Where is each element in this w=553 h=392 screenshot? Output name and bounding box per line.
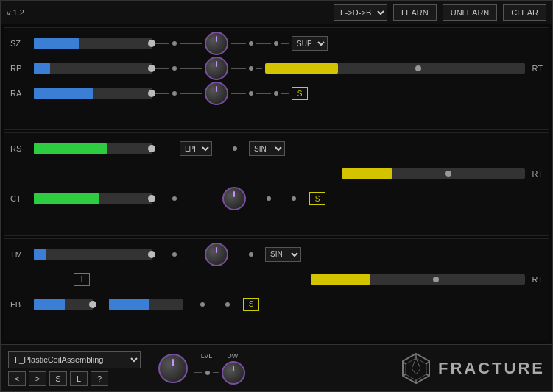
fb-line2: [186, 304, 197, 304]
ra-line1: [155, 93, 169, 94]
lvl-dw-knobs: [194, 361, 245, 385]
nav-s-button[interactable]: S: [49, 371, 67, 386]
fracture-text: FRACTURE: [438, 359, 545, 378]
svg-marker-1: [406, 358, 426, 380]
rp-knob[interactable]: [205, 57, 228, 80]
main-knob-wrap: [158, 354, 188, 383]
row-sz: SZ SUPSINSQUTRISAW: [10, 32, 543, 54]
rs-slider[interactable]: [34, 143, 152, 154]
ct-line2: [180, 199, 219, 199]
rs-line3: [240, 149, 246, 149]
row-rp: RP RT: [10, 57, 543, 79]
ra-s-button[interactable]: S: [292, 87, 308, 100]
nav-next-button[interactable]: >: [29, 371, 46, 386]
ra-line4: [256, 93, 271, 94]
ra-slider[interactable]: [34, 88, 152, 99]
rs-waveform-select[interactable]: SINSQUTRISAWSUP: [249, 141, 285, 156]
row-tm: TM SINSQUTRISAWSUP: [10, 243, 543, 266]
sz-slider[interactable]: [34, 38, 152, 49]
fb-line1: [96, 304, 106, 304]
lvl-label: LVL: [201, 352, 212, 360]
label-fb: FB: [10, 300, 31, 309]
sz-knob[interactable]: [205, 32, 228, 55]
fracture-hex-icon: [400, 352, 432, 385]
sec3-vert-line: [43, 268, 43, 291]
sz-line1: [155, 43, 169, 44]
ct-s-button[interactable]: S: [309, 192, 325, 205]
ra-line3: [231, 93, 246, 94]
label-tm: TM: [10, 250, 31, 259]
ct-dot3: [292, 196, 296, 201]
rp-slider[interactable]: [34, 63, 152, 74]
tm-line2: [180, 254, 202, 254]
ct-dot1: [172, 196, 177, 201]
sz-line4: [256, 43, 271, 44]
row-ra: RA S: [10, 82, 543, 104]
rp-line4: [256, 68, 262, 69]
ct-line5: [299, 199, 306, 199]
ra-knob[interactable]: [205, 82, 228, 105]
rp-rt-track[interactable]: [265, 63, 525, 74]
sec3-vert-line-area: [34, 268, 71, 291]
sec3-rt-track[interactable]: [311, 274, 526, 285]
preset-select[interactable]: II_PlasticCoilAssembling: [8, 351, 141, 368]
tm-knob-wrap: [205, 243, 228, 266]
tm-knob[interactable]: [205, 243, 228, 266]
main-knob[interactable]: [158, 354, 188, 383]
section-3: TM SINSQUTRISAWSUP: [4, 238, 549, 341]
fb-slider1[interactable]: [34, 299, 93, 310]
fb-dot1: [200, 302, 205, 307]
ct-knob[interactable]: [222, 187, 246, 210]
label-sz: SZ: [10, 39, 31, 48]
ra-knob-wrap: [205, 82, 228, 105]
rp-dot2: [249, 66, 253, 71]
lvl-dw-group: LVL DW: [194, 352, 245, 385]
ra-line5: [281, 93, 289, 94]
mode-select[interactable]: F->D->B: [334, 4, 387, 21]
nav-q-button[interactable]: ?: [91, 371, 108, 386]
row-sec2-rt: RT: [10, 163, 543, 185]
fb-s-button[interactable]: S: [243, 298, 259, 311]
rs-filter-select[interactable]: LPFHPFBPFOFF: [180, 141, 212, 156]
label-ct: CT: [10, 194, 31, 203]
sz-line5: [281, 43, 289, 44]
fb-slider2[interactable]: [109, 299, 183, 310]
preset-section: II_PlasticCoilAssembling < > S L ?: [8, 351, 141, 386]
row-fb: FB S: [10, 293, 543, 316]
main-window: v 1.2 F->D->B LEARN UNLEARN CLEAR SZ: [0, 0, 553, 392]
clear-button[interactable]: CLEAR: [503, 4, 546, 21]
content-area: SZ SUPSINSQUTRISAW: [1, 24, 552, 344]
section-2: RS LPFHPFBPFOFF SINSQUTRISAWSUP: [4, 132, 549, 235]
ct-slider[interactable]: [34, 193, 152, 204]
sz-waveform-select[interactable]: SUPSINSQUTRISAW: [292, 36, 328, 51]
tm-dot2: [249, 252, 253, 257]
ra-line2: [180, 93, 202, 94]
tm-waveform-select[interactable]: SINSQUTRISAWSUP: [265, 247, 301, 262]
nav-l-button[interactable]: L: [70, 371, 88, 386]
row-sec3-rt: I RT: [10, 268, 543, 291]
tm-slider[interactable]: [34, 249, 152, 260]
fb-line4: [233, 304, 240, 304]
svg-line-9: [412, 368, 416, 374]
rs-line2: [215, 149, 230, 149]
unlearn-button[interactable]: UNLEARN: [443, 4, 498, 21]
ra-dot1: [172, 91, 177, 96]
label-rp: RP: [10, 64, 31, 73]
nav-prev-button[interactable]: <: [8, 371, 26, 386]
section-1: SZ SUPSINSQUTRISAW: [4, 27, 549, 130]
sec2-vert-line-area: [34, 163, 152, 185]
sec3-rt-label: RT: [528, 275, 543, 284]
ct-dot2: [267, 196, 271, 201]
sec3-i-button[interactable]: I: [74, 273, 90, 286]
learn-button[interactable]: LEARN: [393, 4, 437, 21]
rp-line2: [180, 68, 202, 69]
preset-nav: < > S L ?: [8, 371, 141, 386]
ct-line4: [274, 199, 289, 199]
tm-line1: [155, 254, 169, 254]
row-ct: CT S: [10, 188, 543, 210]
rp-dot1: [172, 66, 177, 71]
sz-dot1: [172, 41, 177, 46]
dw-knob[interactable]: [222, 361, 245, 385]
sec2-rt-track[interactable]: [342, 168, 526, 179]
tm-line3: [231, 254, 246, 254]
